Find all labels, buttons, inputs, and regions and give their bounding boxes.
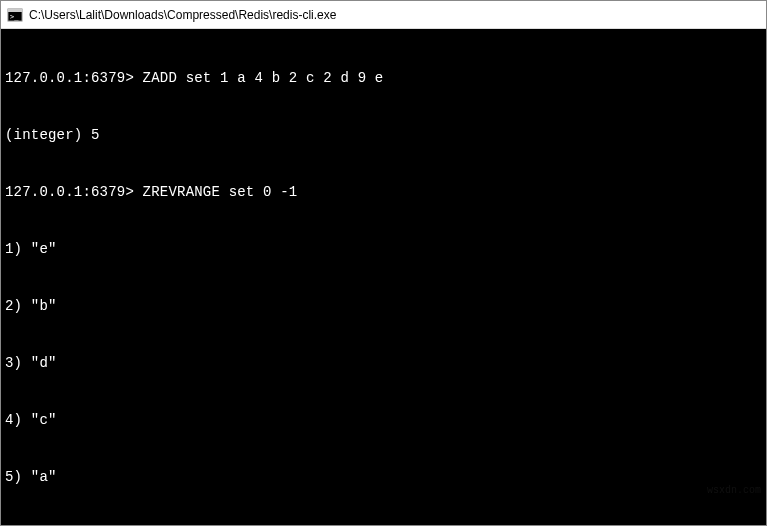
terminal-line: 3) "d": [5, 354, 762, 373]
terminal-line: 5) "a": [5, 468, 762, 487]
terminal-line: 4) "c": [5, 411, 762, 430]
terminal-line: 1) "e": [5, 240, 762, 259]
terminal-line: 127.0.0.1:6379> ZADD set 1 a 4 b 2 c 2 d…: [5, 69, 762, 88]
window-title-bar[interactable]: >_ C:\Users\Lalit\Downloads\Compressed\R…: [1, 1, 766, 29]
terminal-output[interactable]: 127.0.0.1:6379> ZADD set 1 a 4 b 2 c 2 d…: [1, 29, 766, 525]
window-title: C:\Users\Lalit\Downloads\Compressed\Redi…: [29, 8, 336, 22]
terminal-line: 2) "b": [5, 297, 762, 316]
terminal-line: (integer) 5: [5, 126, 762, 145]
console-icon: >_: [7, 7, 23, 23]
terminal-line: 127.0.0.1:6379> ZREVRANGE set 0 -1: [5, 183, 762, 202]
svg-rect-1: [8, 9, 22, 12]
svg-text:>_: >_: [10, 13, 19, 21]
